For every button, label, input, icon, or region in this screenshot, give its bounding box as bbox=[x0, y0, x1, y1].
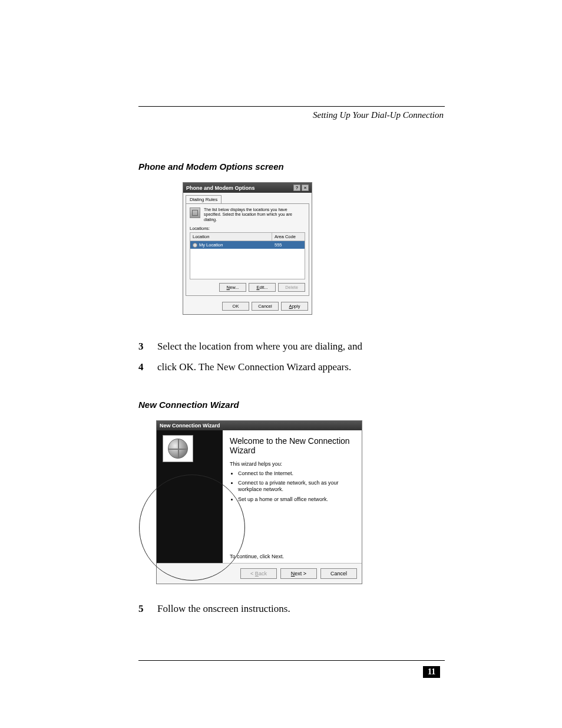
section-heading-phone-modem: Phone and Modem Options screen bbox=[138, 162, 445, 172]
wizard-bullet: Connect to the Internet. bbox=[238, 470, 355, 477]
new-connection-wizard-dialog: New Connection Wizard Welcome to the New… bbox=[156, 420, 362, 584]
tab-dialing-rules[interactable]: Dialing Rules bbox=[186, 195, 222, 203]
dialog-title: Phone and Modem Options bbox=[186, 185, 255, 191]
step-3: 3 Select the location from where you are… bbox=[138, 338, 445, 355]
wizard-hero-icon bbox=[163, 435, 193, 462]
back-button[interactable]: < Back bbox=[240, 568, 277, 579]
page-number: 11 bbox=[423, 666, 440, 678]
wizard-bullet: Connect to a private network, such as yo… bbox=[238, 480, 355, 493]
step-text: Select the location from where you are d… bbox=[157, 338, 362, 355]
delete-button[interactable]: Delete bbox=[278, 283, 305, 292]
footer-rule bbox=[138, 660, 445, 661]
wizard-continue-text: To continue, click Next. bbox=[230, 530, 355, 559]
location-icon bbox=[193, 243, 197, 248]
step-5: 5 Follow the onscreen instructions. bbox=[138, 601, 445, 618]
phone-modem-options-dialog: Phone and Modem Options ? × Dialing Rule… bbox=[183, 182, 312, 315]
wizard-intro: This wizard helps you: bbox=[230, 461, 355, 467]
next-button[interactable]: Next > bbox=[280, 568, 317, 579]
locations-label: Locations: bbox=[190, 226, 305, 231]
help-button[interactable]: ? bbox=[293, 185, 300, 191]
apply-button[interactable]: Apply bbox=[281, 302, 308, 311]
col-location: Location bbox=[190, 233, 272, 241]
close-button[interactable]: × bbox=[302, 185, 309, 191]
ok-button[interactable]: OK bbox=[222, 302, 249, 311]
table-row[interactable]: My Location 555 bbox=[190, 241, 305, 249]
wizard-bullet: Set up a home or small office network. bbox=[238, 496, 355, 503]
edit-button[interactable]: Edit... bbox=[249, 283, 276, 292]
top-rule bbox=[138, 106, 445, 107]
wizard-sidebar bbox=[157, 430, 223, 563]
phone-icon bbox=[190, 207, 200, 218]
dialog-titlebar: New Connection Wizard bbox=[157, 421, 362, 430]
locations-table[interactable]: Location Area Code My Location 555 bbox=[190, 232, 305, 279]
step-text: click OK. The New Connection Wizard appe… bbox=[157, 359, 351, 376]
wizard-heading: Welcome to the New Connection Wizard bbox=[230, 436, 355, 455]
dialog-title: New Connection Wizard bbox=[160, 423, 220, 429]
step-number: 4 bbox=[138, 359, 147, 376]
cancel-button[interactable]: Cancel bbox=[252, 302, 279, 311]
step-text: Follow the onscreen instructions. bbox=[157, 601, 290, 618]
section-heading-new-connection: New Connection Wizard bbox=[138, 400, 445, 410]
row-location-name: My Location bbox=[199, 242, 223, 248]
step-number: 5 bbox=[138, 601, 147, 618]
running-head: Setting Up Your Dial-Up Connection bbox=[138, 110, 445, 120]
new-button[interactable]: New... bbox=[219, 283, 246, 292]
row-area-code: 555 bbox=[272, 241, 305, 249]
col-area-code: Area Code bbox=[272, 233, 305, 241]
cancel-button[interactable]: Cancel bbox=[320, 568, 357, 579]
dialog-titlebar: Phone and Modem Options ? × bbox=[183, 183, 312, 193]
step-4: 4 click OK. The New Connection Wizard ap… bbox=[138, 359, 445, 376]
step-number: 3 bbox=[138, 338, 147, 355]
dialog-info-text: The list below displays the locations yo… bbox=[204, 207, 305, 222]
globe-icon bbox=[168, 439, 188, 459]
